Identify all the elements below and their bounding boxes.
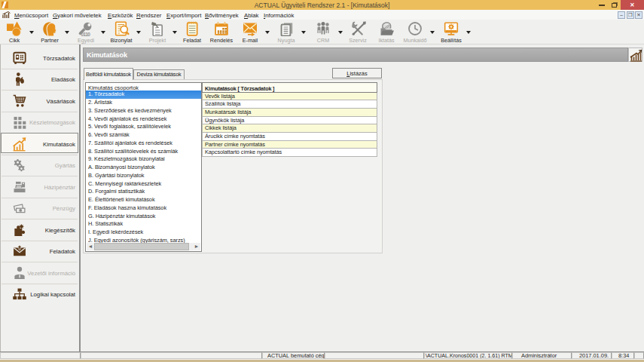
svg-text:0110: 0110 bbox=[81, 32, 91, 36]
